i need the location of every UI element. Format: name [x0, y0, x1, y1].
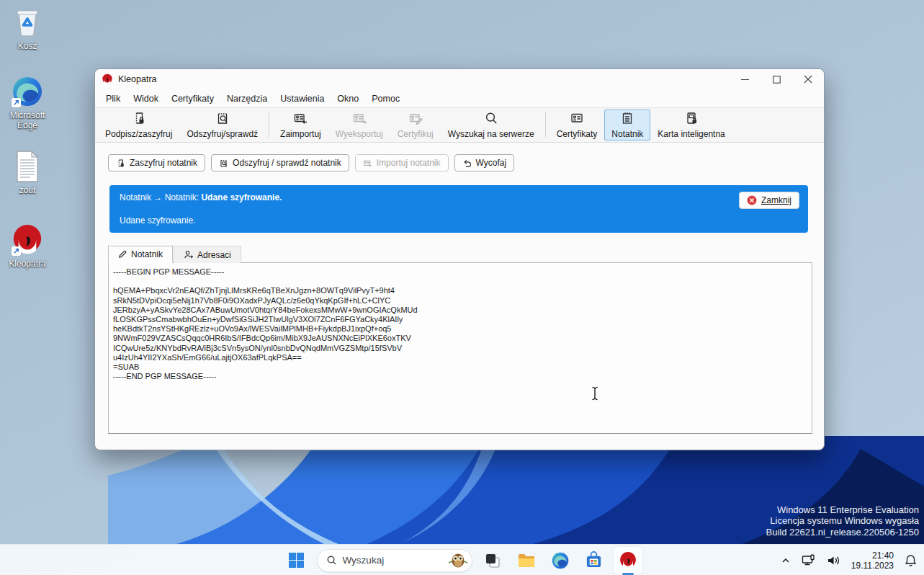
task-view-button[interactable]: [479, 547, 506, 574]
menu-widok[interactable]: Widok: [127, 92, 165, 106]
menu-certyfikaty[interactable]: Certyfikaty: [165, 92, 220, 106]
clock-time: 21:40: [851, 551, 894, 561]
menu-okno[interactable]: Okno: [331, 92, 365, 106]
toolbar-notepad-view-button[interactable]: Notatnik: [604, 110, 650, 141]
menu-narzedzia[interactable]: Narzędzia: [220, 92, 274, 106]
menu-plik[interactable]: Plik: [99, 92, 127, 106]
toolbar-import-button[interactable]: Zaimportuj: [273, 110, 328, 141]
edge-icon: [551, 551, 570, 570]
banner-title: Notatnik → Notatnik: Udane szyfrowanie.: [120, 192, 798, 202]
menu-bar: Plik Widok Certyfikaty Narzędzia Ustawie…: [95, 89, 824, 107]
clock-date: 19.11.2023: [851, 561, 894, 571]
toolbar-export-button[interactable]: Wyeksportuj: [328, 110, 390, 141]
shortcut-arrow-icon: [12, 98, 21, 107]
decrypt-verify-notepad-button[interactable]: Odszyfruj / sprawdź notatnik: [211, 154, 349, 171]
tab-adresaci[interactable]: Adresaci: [174, 246, 241, 263]
title-bar[interactable]: Kleopatra: [95, 69, 824, 89]
toolbar-certify-button[interactable]: Certyfikuj: [390, 110, 441, 141]
export-certificate-icon: [352, 111, 367, 128]
microsoft-store-icon: [585, 551, 603, 569]
desktop-icon-edge[interactable]: Microsoft Edge: [4, 75, 50, 130]
maximize-button[interactable]: [761, 69, 792, 89]
toolbar-certificates-view-button[interactable]: Certyfikaty: [550, 110, 605, 141]
taskbar-search[interactable]: Wyszukaj: [317, 549, 472, 572]
toolbar-smartcard-view-button[interactable]: Karta inteligentna: [650, 110, 732, 141]
watermark-line: Build 22621.ni_release.220506-1250: [766, 527, 919, 538]
notifications-bell-icon[interactable]: [900, 551, 921, 571]
watermark-line: Windows 11 Enterprise Evaluation: [766, 504, 919, 516]
desktop-icon-zout[interactable]: zout: [4, 150, 50, 195]
kleopatra-window: Kleopatra Plik Widok Certyfikaty Narzędz…: [94, 68, 825, 450]
menu-pomoc[interactable]: Pomoc: [365, 92, 406, 106]
edge-icon: [11, 75, 44, 108]
edge-taskbar-button[interactable]: [547, 547, 574, 574]
toolbar-lookup-server-button[interactable]: Wyszukaj na serwerze: [441, 110, 542, 141]
minimize-button[interactable]: [729, 69, 761, 89]
task-view-icon: [484, 552, 501, 569]
microsoft-store-button[interactable]: [580, 547, 608, 574]
desktop-icon-label: Microsoft Edge: [4, 110, 50, 130]
close-circle-icon: [747, 195, 757, 205]
toolbar-separator: [269, 112, 269, 138]
search-icon: [326, 555, 337, 566]
windows-watermark: Windows 11 Enterprise Evaluation Licencj…: [766, 504, 919, 538]
recycle-bin-icon: [11, 6, 44, 39]
shortcut-arrow-icon: [12, 246, 21, 256]
kleopatra-icon: [619, 551, 637, 570]
clock[interactable]: 21:40 19.11.2023: [847, 551, 898, 571]
volume-icon[interactable]: [822, 551, 845, 570]
smartcard-icon: [684, 111, 699, 128]
toolbar-separator: [545, 112, 546, 138]
search-highlight-owl-icon[interactable]: [447, 551, 469, 570]
certificates-icon: [570, 111, 584, 128]
toolbar: Podpisz/zaszyfruj Odszyfruj/sprawdź Zaim…: [95, 107, 824, 143]
watermark-line: Licencja systemu Windows wygasła: [766, 515, 919, 527]
kleopatra-app-icon: [102, 73, 113, 85]
windows-logo-icon: [288, 552, 305, 569]
hidden-icons-chevron[interactable]: [776, 552, 795, 569]
revert-button[interactable]: Wycofaj: [454, 154, 515, 171]
encrypt-notepad-button[interactable]: Zaszyfruj notatnik: [108, 154, 205, 171]
tab-notatnik[interactable]: Notatnik: [108, 246, 173, 263]
sign-encrypt-icon: [132, 111, 146, 128]
pencil-icon: [118, 250, 127, 259]
notepad-tabs: Notatnik Adresaci: [108, 246, 812, 263]
taskbar: Wyszukaj: [0, 544, 924, 575]
file-explorer-icon: [517, 551, 536, 570]
success-banner: Notatnik → Notatnik: Udane szyfrowanie. …: [109, 185, 808, 233]
import-certificate-icon: [293, 111, 308, 128]
toolbar-sign-encrypt-button[interactable]: Podpisz/zaszyfruj: [98, 110, 179, 141]
search-icon: [484, 111, 498, 128]
desktop-icon-label: zout: [19, 185, 36, 195]
desktop-icon-kosz[interactable]: Kosz: [4, 6, 50, 51]
start-button[interactable]: [283, 547, 310, 574]
notepad-view: Zaszyfruj notatnik Odszyfruj / sprawdź n…: [95, 143, 824, 434]
ibeam-cursor: [591, 386, 599, 401]
import-notepad-button[interactable]: Importuj notatnik: [355, 154, 449, 171]
system-tray: 21:40 19.11.2023: [776, 545, 921, 575]
close-button[interactable]: [792, 69, 824, 89]
notepad-text-area[interactable]: -----BEGIN PGP MESSAGE----- hQEMA+PbqxcV…: [108, 262, 812, 434]
decrypt-verify-icon: [215, 111, 230, 128]
search-placeholder: Wyszukaj: [343, 555, 441, 566]
recipient-add-icon: [184, 250, 193, 259]
kleopatra-icon: [11, 223, 44, 257]
window-title: Kleopatra: [118, 74, 729, 84]
notepad-icon: [620, 111, 634, 128]
toolbar-decrypt-verify-button[interactable]: Odszyfruj/sprawdź: [179, 110, 265, 141]
file-explorer-button[interactable]: [513, 547, 540, 574]
notepad-actions: Zaszyfruj notatnik Odszyfruj / sprawdź n…: [108, 154, 812, 171]
pgp-message-text: -----BEGIN PGP MESSAGE----- hQEMA+PbqxcV…: [113, 267, 807, 381]
menu-ustawienia[interactable]: Ustawienia: [274, 92, 331, 106]
desktop-icon-label: Kosz: [18, 41, 37, 51]
banner-close-button[interactable]: Zamknij: [739, 192, 799, 209]
certify-icon: [408, 111, 423, 128]
document-icon: [11, 150, 44, 183]
kleopatra-taskbar-button[interactable]: [614, 547, 642, 574]
desktop-icon-kleopatra[interactable]: Kleopatra: [4, 223, 50, 269]
desktop-icon-label: Kleopatra: [9, 259, 45, 269]
network-icon[interactable]: [797, 551, 820, 571]
banner-message: Udane szyfrowanie.: [120, 215, 195, 226]
